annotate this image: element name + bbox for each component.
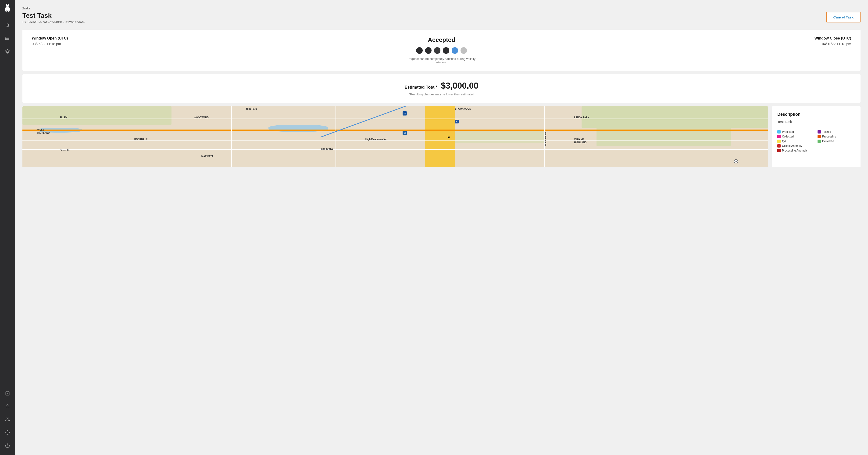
list-nav-icon[interactable] [2, 33, 12, 44]
cart-nav-icon[interactable] [2, 388, 12, 398]
legend-item-delivered: Delivered [817, 140, 855, 143]
collect-anomaly-label: Collect Anomaly [782, 144, 802, 147]
processing-color [817, 135, 821, 138]
sidebar [0, 0, 15, 455]
qa-label: QA [782, 140, 786, 143]
legend-item-predicted: Predicted [777, 130, 815, 134]
processing-anomaly-label: Processing Anomaly [782, 149, 807, 152]
tasked-color [817, 130, 821, 134]
legend-item-processing-anomaly: Processing Anomaly [777, 149, 855, 152]
status-dot-5 [452, 47, 458, 54]
main-content: Tasks Test Task ID: 5aebf53e-7af5-4ffe-8… [15, 0, 868, 455]
processing-label: Processing [822, 135, 836, 138]
title-block: Test Task ID: 5aebf53e-7af5-4ffe-8fd1-0a… [23, 12, 85, 24]
bottom-section: 75 13 I 42 P Hills Park BROOKWOOD ELLEN … [23, 106, 861, 167]
search-nav-icon[interactable] [2, 20, 12, 30]
layers-nav-icon[interactable] [2, 46, 12, 57]
help-nav-icon[interactable] [2, 440, 12, 451]
legend-item-tasked: Tasked [817, 130, 855, 134]
status-card: Window Open (UTC) 03/25/22 11:18 pm Acce… [23, 30, 861, 70]
window-open-date: 03/25/22 11:18 pm [32, 42, 396, 46]
legend-item-processing: Processing [817, 135, 855, 138]
legend-item-qa: QA [777, 140, 815, 143]
settings-nav-icon[interactable] [2, 427, 12, 438]
status-dot-2 [425, 47, 432, 54]
status-center: Accepted Request can be completely satis… [402, 36, 481, 64]
cost-row: Estimated Total* $3,000.00 [32, 81, 851, 91]
tasked-label: Tasked [822, 130, 831, 134]
predicted-label: Predicted [782, 130, 794, 134]
task-id: ID: 5aebf53e-7af5-4ffe-8fd1-0a1264ebdaf9 [23, 20, 85, 24]
map-display: 75 13 I 42 P Hills Park BROOKWOOD ELLEN … [23, 106, 768, 167]
team-nav-icon[interactable] [2, 414, 12, 425]
cost-value: $3,000.00 [441, 81, 478, 91]
cost-label: Estimated Total* [405, 85, 437, 90]
description-text: Test Task [777, 120, 855, 124]
svg-point-12 [7, 432, 8, 433]
collect-anomaly-color [777, 144, 781, 147]
status-dot-4 [443, 47, 449, 54]
svg-point-11 [6, 418, 8, 420]
window-close-label: Window Close (UTC) [487, 36, 851, 40]
cancel-task-button[interactable]: Cancel Task [827, 12, 861, 23]
delivered-color [817, 140, 821, 143]
cost-card: Estimated Total* $3,000.00 *Resulting ch… [23, 74, 861, 103]
window-close-block: Window Close (UTC) 04/01/22 11:18 pm [487, 36, 851, 46]
page-title: Test Task [23, 12, 85, 20]
logo-icon [3, 3, 12, 13]
svg-point-10 [7, 405, 8, 406]
page-header: Test Task ID: 5aebf53e-7af5-4ffe-8fd1-0a… [23, 12, 861, 24]
app-logo [3, 3, 12, 14]
map-container[interactable]: 75 13 I 42 P Hills Park BROOKWOOD ELLEN … [23, 106, 768, 167]
svg-point-6 [5, 38, 6, 38]
legend-item-collect-anomaly: Collect Anomaly [777, 144, 855, 147]
processing-anomaly-color [777, 149, 781, 152]
description-card: Description Test Task Predicted Tasked C… [772, 106, 861, 167]
breadcrumb[interactable]: Tasks [23, 6, 861, 10]
description-title: Description [777, 112, 855, 117]
qa-color [777, 140, 781, 143]
window-open-label: Window Open (UTC) [32, 36, 396, 40]
svg-point-7 [5, 39, 6, 40]
svg-point-5 [5, 37, 6, 37]
status-title: Accepted [402, 36, 481, 44]
status-description: Request can be completely satisfied duri… [402, 57, 481, 64]
window-close-date: 04/01/22 11:18 pm [487, 42, 851, 46]
predicted-color [777, 130, 781, 134]
window-open-block: Window Open (UTC) 03/25/22 11:18 pm [32, 36, 396, 46]
cost-note: *Resulting charges may be lower than est… [32, 93, 851, 96]
legend: Predicted Tasked Collected Processing QA [777, 130, 855, 152]
svg-point-0 [6, 24, 9, 26]
collected-color [777, 135, 781, 138]
svg-line-1 [8, 26, 9, 27]
collected-label: Collected [782, 135, 794, 138]
user-nav-icon[interactable] [2, 401, 12, 411]
status-dot-1 [416, 47, 423, 54]
status-dots [402, 47, 481, 54]
status-dot-3 [434, 47, 440, 54]
status-dot-6 [461, 47, 467, 54]
legend-item-collected: Collected [777, 135, 815, 138]
delivered-label: Delivered [822, 140, 834, 143]
